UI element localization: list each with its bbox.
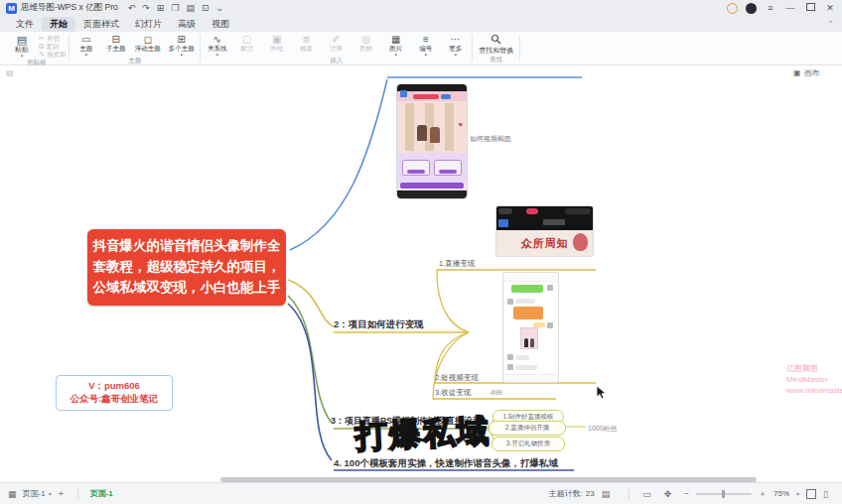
relationship-line-button[interactable]: ∿ 关系线▾: [204, 33, 231, 57]
summary-button[interactable]: ≣ 概要: [293, 33, 321, 53]
ribbon-group-find: 查找和替换 查找: [473, 32, 520, 64]
topic-count-label: 主题计数:: [549, 488, 583, 499]
sheet-tab[interactable]: 页面-1: [84, 488, 119, 499]
branch2-child2-label[interactable]: 2.短视频变现: [435, 373, 479, 383]
fit-screen-icon[interactable]: [806, 489, 816, 499]
format-painter-button[interactable]: ✎格式刷: [39, 51, 67, 59]
page-selector-caret-icon[interactable]: ▾: [49, 490, 52, 497]
group-label-insert: 插入: [330, 57, 343, 65]
livestream-text: 众所周知: [521, 236, 569, 251]
undo-icon[interactable]: ↶: [128, 1, 136, 15]
boundary-button[interactable]: ▣ 外框: [263, 33, 291, 53]
presentation-icon[interactable]: ▭: [642, 489, 651, 499]
hamburger-menu-icon[interactable]: ≡: [765, 3, 776, 13]
title-bar: M 思维导图-WPS x 亿图 Pro ↶ ↷ ⊞ ❐ ▤ ⊡ ⌄ ≡ — ✕: [0, 0, 842, 16]
branch3-pill2-note[interactable]: 1000粉丝: [588, 424, 618, 434]
paste-button[interactable]: ▤ 粘贴▾: [7, 33, 37, 58]
tab-page-style[interactable]: 页面样式: [75, 17, 127, 32]
membership-icon[interactable]: [727, 3, 738, 14]
overlay-sticker-text[interactable]: 打爆私域: [354, 410, 491, 459]
mouse-cursor: [596, 385, 607, 400]
zoom-out-icon[interactable]: −: [684, 489, 689, 498]
ribbon: ▤ 粘贴▾ ✂剪切 ⧉复制 ✎格式刷 剪贴板 ▭ 主题▾: [0, 32, 842, 65]
central-topic[interactable]: 抖音爆火的谐音情侣头像制作全套教程，超级稳定持久的项目，公域私域双变现，小白也能…: [87, 229, 286, 306]
callout-button[interactable]: ▢ 标注: [233, 33, 261, 53]
open-file-icon[interactable]: ❐: [171, 1, 179, 15]
branch2-child3-label[interactable]: 3.收徒变现: [435, 388, 471, 398]
note-button[interactable]: ✐ 注释: [323, 33, 351, 53]
floating-topic-line2: 公众号:鑫哥创业笔记: [70, 393, 159, 406]
zoom-in-icon[interactable]: ＋: [759, 488, 767, 499]
livestream-screenshot-image[interactable]: 众所周知: [496, 206, 593, 256]
note-icon: ✐: [333, 34, 341, 45]
window-title: 思维导图-WPS x 亿图 Pro: [21, 2, 118, 14]
mindmap-canvas[interactable]: ▤ ▣ 画布 抖音爆火的谐音情侣头像制作全套教程，超级稳定持久的项目，公域私域双…: [0, 65, 842, 482]
app-logo-icon: M: [6, 3, 17, 14]
mark-icon: ◎: [361, 34, 370, 45]
branch3-pill2[interactable]: 2.直播伴侣开播: [489, 421, 566, 436]
tab-file[interactable]: 文件: [8, 17, 42, 32]
group-label-find: 查找: [490, 56, 502, 64]
stamp-icon: [573, 233, 588, 251]
page-selector[interactable]: 页面-1: [23, 488, 46, 499]
subtopic-button[interactable]: ⊟ 子主题: [102, 33, 130, 53]
branch1-caption[interactable]: 如何视频截图: [470, 134, 511, 144]
branch2-title[interactable]: 2：项目如何进行变现: [334, 318, 424, 331]
chat-screenshot-image[interactable]: [503, 273, 558, 382]
more-icon: ⋯: [451, 34, 461, 45]
floating-topic-button[interactable]: ◻ 浮动主题: [132, 33, 164, 53]
watermark: 亿图脑图 MindMaster www.mindmaster.cn: [786, 363, 842, 396]
find-replace-button[interactable]: 查找和替换: [476, 33, 517, 55]
zoom-level[interactable]: 75%: [773, 489, 789, 498]
page-grid-icon[interactable]: ▦: [8, 489, 17, 499]
branch3-pill3[interactable]: 3.开启礼物投票: [491, 437, 565, 451]
floating-topic[interactable]: V：pum606 公众号:鑫哥创业笔记: [56, 375, 173, 411]
minimize-button[interactable]: —: [784, 3, 796, 13]
user-avatar[interactable]: [746, 3, 757, 14]
collapse-ribbon-icon[interactable]: ⌃: [827, 20, 834, 29]
zoom-caret-icon[interactable]: ▾: [796, 490, 799, 497]
redo-icon[interactable]: ↷: [142, 1, 150, 15]
relationship-line-icon: ∿: [213, 34, 221, 45]
mark-button[interactable]: ◎ 图标: [352, 33, 380, 53]
more-button[interactable]: ⋯ 更多▾: [442, 33, 470, 57]
save-icon[interactable]: ▤: [186, 1, 195, 15]
tab-advanced[interactable]: 高级: [170, 17, 204, 32]
outline-view-icon[interactable]: ▤: [602, 489, 611, 499]
branch2-child1-label[interactable]: 1.直播变现: [439, 259, 475, 269]
floating-topic-icon: ◻: [144, 34, 152, 45]
paste-icon: ▤: [17, 34, 27, 46]
new-file-icon[interactable]: ⊞: [157, 1, 165, 15]
numbering-icon: ≡: [423, 34, 429, 45]
numbering-button[interactable]: ≡ 编号▾: [412, 33, 440, 57]
summary-icon: ≣: [303, 34, 311, 45]
branch4-title[interactable]: 4. 100个模板套用实操，快速制作谐音头像，打爆私域: [334, 457, 558, 470]
print-icon[interactable]: ⊡: [202, 1, 210, 15]
phone-screenshot-image[interactable]: ♥: [397, 84, 467, 198]
status-bar: ▦ 页面-1 ▾ ＋ 页面-1 主题计数: 23 ▤ ▭ ✥ − ＋ 75% ▾…: [0, 482, 842, 504]
close-button[interactable]: ✕: [824, 3, 836, 13]
ribbon-group-insert: ∿ 关系线▾ ▢ 标注 ▣ 外框 ≣ 概要 ✐ 注释 ◎ 图标: [201, 32, 473, 64]
topic-count-value: 23: [586, 489, 595, 498]
picture-button[interactable]: ▦ 图片▾: [382, 33, 410, 57]
tab-slides[interactable]: 幻灯片: [127, 17, 170, 32]
tab-home[interactable]: 开始: [42, 17, 75, 32]
tab-view[interactable]: 视图: [204, 17, 237, 32]
add-page-button[interactable]: ＋: [57, 487, 66, 500]
more-quick-access-icon[interactable]: ⌄: [216, 1, 224, 15]
group-label-topic: 主题: [128, 57, 141, 65]
fullscreen-icon[interactable]: ▯: [823, 489, 828, 499]
ribbon-group-clipboard: ▤ 粘贴▾ ✂剪切 ⧉复制 ✎格式刷 剪贴板: [4, 32, 70, 64]
restore-button[interactable]: [804, 3, 816, 13]
search-icon: [491, 34, 501, 47]
format-painter-icon: ✎: [39, 51, 45, 59]
pan-tool-icon[interactable]: ✥: [664, 489, 672, 499]
multi-topic-icon: ⊞: [178, 34, 186, 45]
zoom-slider[interactable]: [696, 493, 752, 495]
subtopic-icon: ⊟: [112, 34, 120, 45]
topic-button[interactable]: ▭ 主题▾: [72, 33, 100, 57]
ribbon-group-topic: ▭ 主题▾ ⊟ 子主题 ◻ 浮动主题 ⊞ 多个主题▾ 主题: [70, 32, 201, 64]
multi-topic-button[interactable]: ⊞ 多个主题▾: [166, 33, 198, 57]
floating-topic-line1: V：pum606: [88, 380, 140, 393]
branch2-child3-value: 499: [491, 389, 502, 396]
